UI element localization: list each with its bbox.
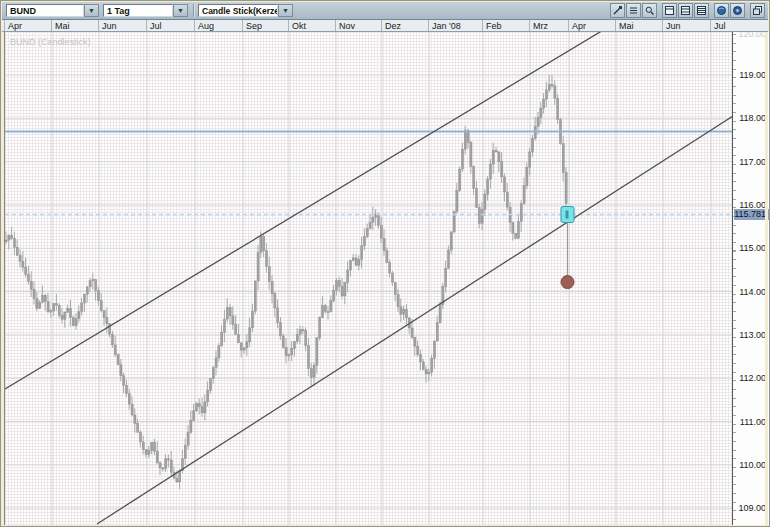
- month-label: Jun: [102, 21, 117, 31]
- lower-channel-trendline[interactable]: [97, 116, 733, 524]
- chart-window: BUND ▼ 1 Tag ▼ Candle Stick(Kerze ▼ AprM…: [0, 0, 770, 527]
- month-separator: [662, 20, 663, 31]
- month-separator: [51, 20, 52, 31]
- price-tick-label: 113.00: [739, 330, 766, 340]
- last-price-tag: 115.781: [734, 209, 769, 220]
- month-separator: [381, 20, 382, 31]
- month-label: Mai: [619, 21, 634, 31]
- month-label: Okt: [292, 21, 306, 31]
- month-label: Apr: [8, 21, 22, 31]
- price-axis-ticks: [733, 34, 736, 525]
- price-tick-label: 114.00: [739, 287, 766, 297]
- draw-line-button[interactable]: [610, 3, 625, 18]
- target-point-handle[interactable]: [561, 276, 574, 289]
- month-separator: [482, 20, 483, 31]
- month-separator: [568, 20, 569, 31]
- charttype-combobox[interactable]: Candle Stick(Kerze ▼: [198, 4, 293, 17]
- cascade-windows-button[interactable]: [750, 3, 765, 18]
- layout-split3-icon: [697, 6, 706, 15]
- price-tick-label: 109.00: [738, 503, 766, 513]
- globe-dark-icon: [733, 6, 742, 15]
- price-tick-label: 111.00: [740, 417, 766, 427]
- toolbar-icon-group: [609, 3, 765, 18]
- price-tick-label: 119.00: [739, 70, 766, 80]
- symbol-value[interactable]: BUND: [6, 4, 84, 17]
- month-label: Jul: [150, 21, 162, 31]
- price-axis[interactable]: 120.00119.00118.00117.00116.00115.00114.…: [732, 32, 769, 525]
- month-label: Mai: [55, 21, 70, 31]
- cascade-windows-icon: [753, 6, 762, 15]
- layout-split3-button[interactable]: [694, 3, 709, 18]
- month-label: Jan '08: [432, 21, 461, 31]
- charttype-value[interactable]: Candle Stick(Kerze: [198, 4, 278, 17]
- chevron-down-icon[interactable]: ▼: [173, 4, 188, 17]
- draw-line-icon: [613, 6, 622, 15]
- month-label: Aug: [198, 21, 214, 31]
- month-separator: [288, 20, 289, 31]
- month-separator: [529, 20, 530, 31]
- price-tick-label: 118.00: [739, 113, 766, 123]
- price-tick-label-faded: 120.00: [738, 32, 766, 39]
- price-tick-label: 115.00: [739, 243, 766, 253]
- month-separator: [615, 20, 616, 31]
- period-combobox[interactable]: 1 Tag ▼: [103, 4, 188, 17]
- toolbar: BUND ▼ 1 Tag ▼ Candle Stick(Kerze ▼: [2, 2, 768, 20]
- month-separator: [4, 20, 5, 31]
- indicator-list-icon: [629, 6, 638, 15]
- month-label: Dez: [385, 21, 401, 31]
- month-separator: [242, 20, 243, 31]
- month-label: Feb: [486, 21, 502, 31]
- x-axis-month-header: AprMaiJunJulAugSepOktNovDezJan '08FebMrz…: [2, 20, 768, 32]
- month-separator: [98, 20, 99, 31]
- month-label: Jul: [714, 21, 726, 31]
- month-separator: [710, 20, 711, 31]
- month-label: Nov: [339, 21, 355, 31]
- layout-single-button[interactable]: [662, 3, 677, 18]
- layout-split2-icon: [681, 6, 690, 15]
- month-label: Sep: [246, 21, 262, 31]
- month-separator: [428, 20, 429, 31]
- period-value[interactable]: 1 Tag: [103, 4, 173, 17]
- globe-blue-button[interactable]: [714, 3, 729, 18]
- frame-right-edge: [765, 32, 768, 525]
- month-separator: [194, 20, 195, 31]
- chevron-down-icon[interactable]: ▼: [84, 4, 99, 17]
- layout-single-icon: [665, 6, 674, 15]
- month-label: Jun: [666, 21, 681, 31]
- toolbar-separator: [193, 4, 194, 17]
- month-separator: [146, 20, 147, 31]
- zoom-icon: [645, 6, 654, 15]
- chart-plot-area[interactable]: BUND (Candlestick): [4, 32, 733, 525]
- marker-candle-glyph: [566, 210, 569, 218]
- price-tick-label: 112.00: [739, 373, 766, 383]
- globe-dark-button[interactable]: [730, 3, 745, 18]
- price-tick-label: 110.00: [739, 460, 766, 470]
- month-separator: [335, 20, 336, 31]
- indicator-list-button[interactable]: [626, 3, 641, 18]
- chart-canvas[interactable]: [5, 32, 733, 525]
- zoom-button[interactable]: [642, 3, 657, 18]
- price-tick-label: 117.00: [739, 157, 766, 167]
- month-label: Apr: [572, 21, 586, 31]
- month-label: Mrz: [533, 21, 548, 31]
- globe-blue-icon: [717, 6, 726, 15]
- chevron-down-icon[interactable]: ▼: [278, 4, 293, 17]
- symbol-combobox[interactable]: BUND ▼: [6, 4, 99, 17]
- layout-split2-button[interactable]: [678, 3, 693, 18]
